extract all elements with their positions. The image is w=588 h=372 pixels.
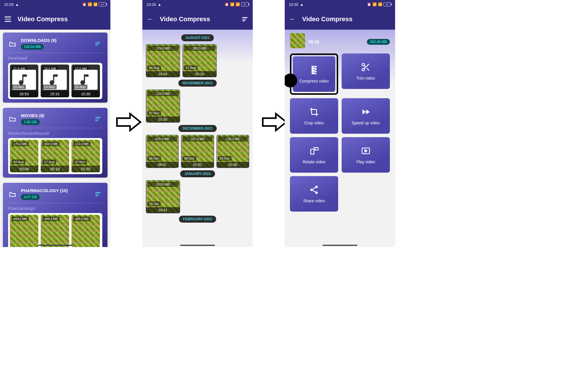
svg-point-1 — [362, 68, 365, 71]
action-label: Share video — [303, 198, 325, 203]
folder-path: Download/ — [8, 56, 102, 60]
folder-sort-button[interactable] — [94, 190, 102, 198]
folder-path: Pharmacology/ — [8, 206, 102, 211]
video-thumbnail[interactable]: 302.5 MB17-Aug05:18 — [41, 140, 69, 173]
battery-icon: 67 — [99, 2, 106, 6]
month-header: JANUARY-2022 — [180, 170, 215, 177]
folder-sort-button[interactable] — [94, 40, 102, 48]
signal-icon: 📶 — [93, 2, 98, 6]
back-button[interactable]: ← — [146, 15, 155, 24]
thumb-size: 210.5 MB — [147, 182, 179, 187]
app-bar: ← Video Compress — [142, 9, 253, 30]
video-thumbnail[interactable]: 210.5 MB 10-Jan 03:41 — [146, 180, 180, 213]
warning-icon: ▲ — [158, 2, 162, 7]
folder-icon — [8, 115, 17, 123]
back-arrow-icon: ← — [147, 15, 153, 23]
video-thumbnail[interactable]: 176.0 MB 04-Aug 03:04 — [146, 44, 180, 77]
sort-icon — [95, 42, 101, 46]
video-thumbnail[interactable]: 302.5 MB 17-Aug 05:18 — [182, 44, 217, 77]
thumb-size: 493.5 MB — [12, 217, 29, 221]
video-row: 176.0 MB 04-Aug 03:04302.5 MB 17-Aug 05:… — [146, 44, 249, 77]
thumb-duration: 02:06 — [217, 162, 249, 168]
sort-icon — [95, 192, 101, 196]
thumb-date: 04-Aug — [12, 160, 25, 164]
video-thumbnail[interactable]: 469.5 MB — [71, 215, 100, 247]
status-time: 10:29 — [4, 2, 14, 7]
action-rotate[interactable]: Rotate video — [290, 137, 338, 173]
month-header: DECEMBER-2021 — [178, 125, 217, 132]
status-bar: 10:29 ▲ ⏰ 📶 📶 67 — [142, 0, 253, 9]
thumb-duration: 05:18 — [41, 166, 69, 172]
action-speed[interactable]: Speed up video — [342, 98, 390, 134]
video-thumbnail[interactable]: 21.6 MB03-May26:53 — [10, 65, 38, 97]
video-row: 112.0 MB 07-Nov 01:55 — [146, 90, 249, 123]
folder-card[interactable]: DOWNLOADS (9) 139.04 MB Download/21.6 MB… — [3, 33, 107, 103]
thumbnail-row: 21.6 MB03-May26:5318.5 MB03-May25:3113.0… — [8, 63, 102, 99]
video-thumbnail[interactable]: 18.5 MB03-May25:31 — [41, 65, 69, 97]
svg-point-0 — [362, 63, 365, 66]
thumb-date: 03-May — [12, 85, 26, 89]
folder-sort-button[interactable] — [94, 115, 102, 123]
status-bar: 10:29 ▲ ⏰ 📶 📶 67 — [0, 0, 110, 9]
action-crop[interactable]: Crop video — [290, 98, 338, 134]
warning-icon: ▲ — [15, 2, 19, 7]
video-thumbnail[interactable]: 120.2 MB 23-Dec 02:06 — [216, 135, 249, 168]
folder-list[interactable]: DOWNLOADS (9) 139.04 MB Download/21.6 MB… — [0, 30, 110, 247]
video-thumbnail[interactable]: 112.0 MB 07-Nov 01:55 — [146, 90, 180, 123]
video-thumbnail[interactable]: 176.0 MB04-Aug03:04 — [10, 140, 38, 173]
action-share[interactable]: Share video — [290, 176, 338, 212]
svg-point-5 — [315, 185, 318, 188]
svg-point-7 — [315, 191, 318, 194]
screen-1-folders: 10:29 ▲ ⏰ 📶 📶 67 Video Compress DOWNLOAD… — [0, 0, 110, 247]
thumb-duration: 26:53 — [10, 91, 38, 97]
action-label: Play video — [356, 160, 375, 164]
thumb-size: 302.5 MB — [42, 142, 60, 146]
action-grid: Compress videoTrim videoCrop videoSpeed … — [290, 53, 390, 212]
svg-rect-3 — [315, 147, 318, 150]
thumb-date: 03-May — [73, 85, 87, 89]
sort-button[interactable] — [241, 15, 249, 24]
thumb-duration: 08:01 — [146, 162, 178, 168]
sort-icon — [242, 17, 248, 21]
video-row: 470.4 MB 06-Dec 08:01107.4 MB 08-Dec 01:… — [146, 135, 249, 168]
thumb-size: 120.2 MB — [218, 136, 248, 142]
action-compress[interactable]: Compress video — [293, 56, 335, 92]
video-thumbnail[interactable]: 112.0 MB07-Nov01:55 — [71, 140, 100, 173]
thumb-duration: 01:55 — [146, 117, 180, 122]
video-thumbnail[interactable]: 493.5 MB — [10, 215, 38, 247]
thumb-date: 23-Dec — [218, 156, 232, 161]
action-label: Crop video — [304, 121, 324, 125]
thumb-duration: 01:55 — [71, 166, 100, 172]
month-header: NOVEMBER-2021 — [178, 80, 217, 87]
thumb-date: 17-Aug — [184, 65, 198, 70]
file-path: Movies/ScreenRecord/20210817081315 — [309, 33, 390, 38]
thumb-duration: 15:30 — [71, 91, 100, 97]
action-label: Rotate video — [303, 160, 326, 164]
gesture-handle — [180, 245, 215, 246]
thumb-date: 08-Dec — [182, 156, 196, 161]
month-header: FEBRUARY-2022 — [179, 216, 216, 223]
video-grid-by-month[interactable]: AUGUST-2021176.0 MB 04-Aug 03:04302.5 MB… — [142, 30, 253, 247]
action-play[interactable]: Play video — [342, 137, 390, 173]
folder-card[interactable]: PHARMACOLOGY (10) 4.07 GB Pharmacology/4… — [3, 183, 107, 247]
thumb-date: 06-Dec — [147, 156, 161, 161]
back-button[interactable]: ← — [288, 15, 297, 24]
video-thumbnail[interactable]: 449.4 MB — [41, 215, 69, 247]
thumb-date: 07-Nov — [147, 111, 161, 115]
action-trim[interactable]: Trim video — [342, 53, 390, 89]
signal-icon: 📶 — [88, 2, 92, 6]
video-thumbnail[interactable]: 107.4 MB 08-Dec 01:52 — [181, 135, 214, 168]
video-thumbnail[interactable]: 13.0 MB03-May15:30 — [71, 65, 100, 97]
highlighted-action: Compress video — [290, 53, 338, 95]
menu-button[interactable] — [3, 15, 12, 24]
gesture-handle — [38, 245, 73, 246]
thumb-duration: 01:52 — [181, 162, 214, 168]
action-label: Compress video — [299, 79, 329, 83]
screen-2-videos: 10:29 ▲ ⏰ 📶 📶 67 ← Video Compress AUGUST… — [142, 0, 253, 247]
action-label: Trim video — [356, 76, 375, 81]
signal-icon: 📶 — [236, 2, 240, 6]
thumb-duration: 25:31 — [41, 91, 69, 97]
folder-card[interactable]: MOVIES (8) 1.92 GB Movies/ScreenRecord/1… — [3, 108, 107, 178]
video-thumbnail[interactable]: 470.4 MB 06-Dec 08:01 — [146, 135, 179, 168]
folder-size-badge: 139.04 MB — [21, 44, 44, 50]
